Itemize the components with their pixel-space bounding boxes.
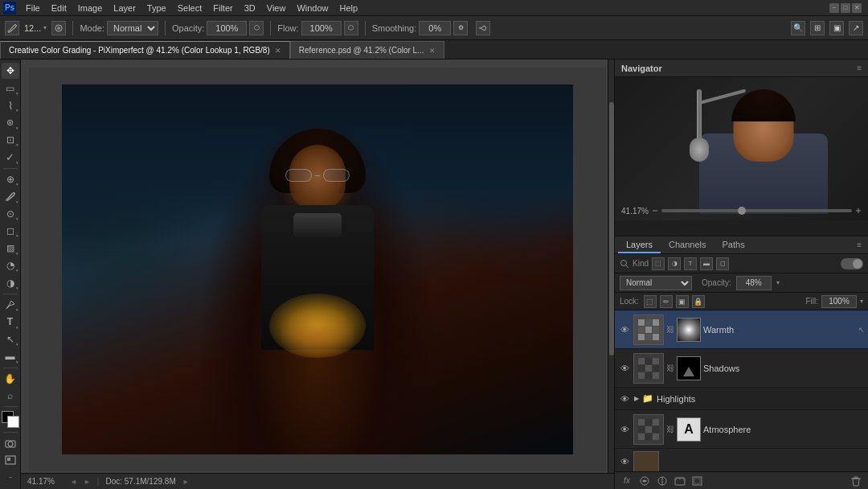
- group-arrow-icon[interactable]: ▶: [634, 395, 639, 402]
- layer-shadows[interactable]: 👁 ⛓ Shadows: [615, 349, 868, 388]
- background-color[interactable]: [7, 416, 19, 428]
- layers-panel-menu[interactable]: ≡: [854, 240, 865, 249]
- menu-layer[interactable]: Layer: [108, 2, 141, 14]
- fg-bg-color-picker[interactable]: [2, 411, 19, 427]
- layer-shadows-visibility[interactable]: 👁: [618, 362, 631, 375]
- tab-channels[interactable]: Channels: [661, 237, 714, 253]
- tab-paths[interactable]: Paths: [714, 237, 753, 253]
- tab-layers[interactable]: Layers: [618, 237, 661, 253]
- tool-zoom[interactable]: ⌕: [2, 388, 19, 404]
- tool-quick-select[interactable]: ⊛ ▾: [2, 114, 19, 130]
- flow-pressure-icon[interactable]: ⬡: [344, 21, 358, 35]
- menu-3d[interactable]: 3D: [240, 2, 260, 14]
- status-arrow-left[interactable]: ◄: [70, 478, 77, 486]
- layer-fx-button[interactable]: fx: [620, 474, 634, 488]
- tab-main[interactable]: Creative Color Grading - PiXimperfect @ …: [0, 41, 290, 59]
- tool-healing[interactable]: ⊕ ▾: [2, 171, 19, 187]
- navigator-zoom-slider[interactable]: [661, 209, 852, 212]
- brush-tool-icon[interactable]: [5, 21, 19, 35]
- menu-edit[interactable]: Edit: [47, 2, 72, 14]
- tool-gradient[interactable]: ▨ ▾: [2, 240, 19, 256]
- tool-eraser[interactable]: ◻ ▾: [2, 223, 19, 239]
- menu-view[interactable]: View: [262, 2, 291, 14]
- share-icon[interactable]: ↗: [849, 21, 863, 35]
- opacity-pressure-icon[interactable]: ⬡: [249, 21, 264, 35]
- lock-all-icon[interactable]: 🔒: [692, 295, 705, 308]
- tool-more[interactable]: ···: [2, 470, 19, 486]
- tool-screen-mode[interactable]: [2, 452, 19, 468]
- layer-group-button[interactable]: [673, 474, 687, 488]
- tab-main-close[interactable]: ✕: [275, 47, 281, 55]
- workspaces-arrange-icon[interactable]: ▣: [829, 21, 844, 35]
- layer-extra-1-visibility[interactable]: 👁: [618, 455, 631, 468]
- workspace-icon[interactable]: ⊞: [810, 21, 825, 35]
- tool-pen[interactable]: ▾: [2, 297, 19, 313]
- close-button[interactable]: ✕: [852, 3, 862, 13]
- layer-highlights-visibility[interactable]: 👁: [618, 392, 631, 405]
- navigator-zoom-out[interactable]: [652, 208, 658, 214]
- fill-arrow[interactable]: ▾: [860, 298, 863, 305]
- navigator-zoom-in[interactable]: [855, 208, 862, 214]
- layer-highlights-group[interactable]: 👁 ▶ 📁 Highlights: [615, 388, 868, 410]
- layer-new-button[interactable]: [690, 474, 705, 488]
- opacity-blend-input[interactable]: [736, 276, 772, 290]
- menu-window[interactable]: Window: [292, 2, 333, 14]
- tool-blur[interactable]: ◔ ▾: [2, 257, 19, 273]
- filter-adjustment-icon[interactable]: ◑: [668, 257, 681, 270]
- layer-adjustment-button[interactable]: [655, 474, 669, 488]
- mode-select[interactable]: Normal: [107, 21, 158, 35]
- layer-mask-button[interactable]: [637, 474, 652, 488]
- brush-size-display[interactable]: 12... ▾: [24, 23, 47, 33]
- airbrush-icon[interactable]: [476, 21, 490, 35]
- lock-pixels-icon[interactable]: ⬚: [644, 295, 657, 308]
- tool-rect-select[interactable]: ▭ ▾: [2, 80, 19, 96]
- navigator-zoom-thumb[interactable]: [738, 207, 746, 215]
- opacity-input[interactable]: [207, 21, 247, 35]
- menu-image[interactable]: Image: [73, 2, 108, 14]
- lock-position-icon[interactable]: ✏: [660, 295, 673, 308]
- filter-toggle[interactable]: [841, 258, 863, 269]
- scrollbar-thumb-v[interactable]: [609, 102, 614, 356]
- layer-delete-button[interactable]: [849, 474, 863, 488]
- layer-warmth[interactable]: 👁 ⛓ Warmth ↖: [615, 310, 868, 349]
- canvas-scrollbar-vertical[interactable]: [608, 60, 614, 483]
- filter-type-icon[interactable]: T: [684, 257, 697, 270]
- maximize-button[interactable]: □: [841, 3, 850, 13]
- tool-rectangle[interactable]: ▬ ▾: [2, 348, 19, 364]
- menu-help[interactable]: Help: [335, 2, 363, 14]
- tool-eyedropper[interactable]: ✓ ▾: [2, 149, 19, 165]
- smoothing-settings-icon[interactable]: ⚙: [453, 21, 468, 35]
- search-icon[interactable]: 🔍: [791, 21, 805, 35]
- tool-type[interactable]: T ▾: [2, 314, 19, 330]
- layer-atmosphere[interactable]: 👁 ⛓ A Atmosphere: [615, 410, 868, 449]
- tool-clone[interactable]: ⊙ ▾: [2, 206, 19, 222]
- navigator-menu-icon[interactable]: ≡: [857, 64, 862, 72]
- fill-input[interactable]: [821, 295, 857, 308]
- opacity-blend-arrow[interactable]: ▾: [776, 279, 780, 286]
- tab-reference[interactable]: Reference.psd @ 41.2% (Color L... ✕: [290, 41, 444, 59]
- brush-settings-icon[interactable]: [51, 21, 66, 35]
- tab-reference-close[interactable]: ✕: [429, 47, 436, 55]
- smoothing-input[interactable]: [419, 21, 451, 35]
- tool-path-select[interactable]: ↖ ▾: [2, 331, 19, 347]
- tool-move[interactable]: ✥: [2, 63, 19, 79]
- canvas-area[interactable]: 41.17% ◄ ► | Doc: 57.1M/129.8M ►: [21, 60, 614, 489]
- flow-input[interactable]: [301, 21, 342, 35]
- filter-shape-icon[interactable]: ▬: [700, 257, 713, 270]
- lock-artboard-icon[interactable]: ▣: [676, 295, 689, 308]
- layers-list[interactable]: 👁 ⛓ Warmth ↖: [615, 310, 868, 471]
- layer-atmosphere-visibility[interactable]: 👁: [618, 423, 631, 436]
- layer-extra-1[interactable]: 👁: [615, 449, 868, 471]
- tool-hand[interactable]: ✋: [2, 370, 19, 386]
- blend-mode-select[interactable]: Normal: [620, 276, 692, 290]
- tool-crop[interactable]: ⊡ ▾: [2, 132, 19, 148]
- filter-smartobj-icon[interactable]: ◻: [716, 257, 729, 270]
- tool-lasso[interactable]: ⌇ ▾: [2, 97, 19, 113]
- minimize-button[interactable]: −: [829, 3, 839, 13]
- menu-file[interactable]: File: [21, 2, 45, 14]
- menu-type[interactable]: Type: [142, 2, 171, 14]
- layer-warmth-visibility[interactable]: 👁: [618, 323, 631, 336]
- menu-select[interactable]: Select: [173, 2, 207, 14]
- tool-dodge[interactable]: ◑ ▾: [2, 274, 19, 290]
- menu-filter[interactable]: Filter: [208, 2, 237, 14]
